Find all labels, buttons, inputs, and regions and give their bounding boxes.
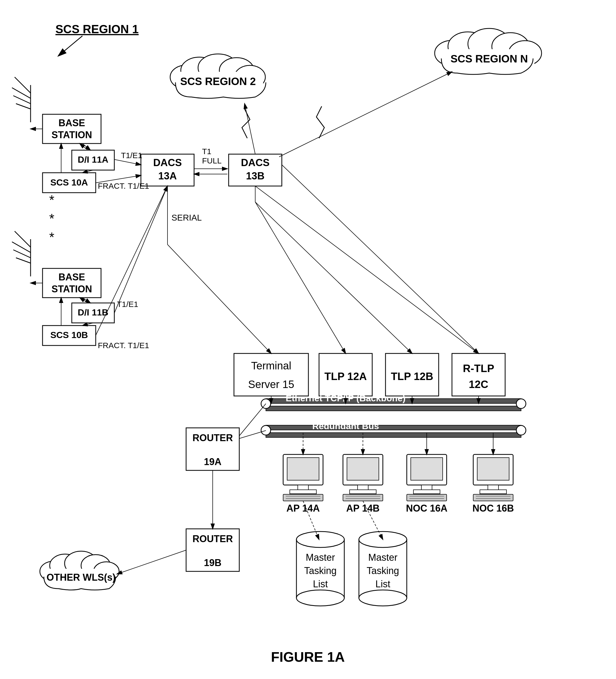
- figure-label: FIGURE 1A: [271, 649, 344, 665]
- svg-text:AP 14B: AP 14B: [346, 503, 379, 514]
- scs-region-1-label: SCS REGION 1: [56, 23, 139, 36]
- svg-point-74: [516, 425, 526, 435]
- svg-text:13A: 13A: [158, 170, 177, 182]
- svg-text:SCS 10B: SCS 10B: [50, 330, 88, 340]
- r-tlp-12c: R-TLP 12C: [452, 353, 505, 396]
- svg-text:*: *: [49, 230, 54, 245]
- svg-rect-103: [480, 490, 506, 494]
- svg-text:T1: T1: [202, 147, 211, 156]
- svg-text:List: List: [375, 579, 390, 589]
- di-11b: D/I 11B: [72, 303, 114, 323]
- svg-text:AP 14A: AP 14A: [286, 503, 319, 514]
- svg-point-110: [297, 590, 344, 606]
- svg-text:NOC 16B: NOC 16B: [472, 503, 514, 514]
- master-tasking-list-1: Master Tasking List: [297, 531, 344, 606]
- svg-point-109: [297, 531, 344, 547]
- svg-text:Redundant Bus: Redundant Bus: [312, 421, 379, 431]
- svg-text:Tasking: Tasking: [304, 565, 337, 576]
- svg-text:*: *: [49, 193, 54, 207]
- svg-text:TLP 12A: TLP 12A: [325, 370, 367, 382]
- base-station-top: BASE STATION: [42, 114, 101, 143]
- svg-rect-71: [266, 425, 521, 430]
- dacs-13a: DACS 13A: [141, 154, 194, 186]
- svg-rect-104: [473, 494, 513, 501]
- svg-rect-77: [287, 458, 319, 480]
- svg-text:BASE: BASE: [59, 118, 85, 128]
- svg-text:Master: Master: [368, 552, 397, 563]
- base-station-bottom: BASE STATION: [42, 268, 101, 298]
- svg-text:DACS: DACS: [241, 157, 270, 168]
- svg-rect-88: [343, 494, 383, 501]
- svg-text:SERIAL: SERIAL: [172, 213, 202, 222]
- di-11a: D/I 11A: [72, 150, 114, 170]
- scs-region-2-label: SCS REGION 2: [180, 75, 256, 87]
- svg-text:R-TLP: R-TLP: [463, 362, 494, 374]
- svg-text:TLP 12B: TLP 12B: [391, 370, 433, 382]
- svg-text:List: List: [313, 579, 328, 589]
- svg-text:D/I 11A: D/I 11A: [78, 154, 108, 164]
- svg-point-116: [359, 590, 407, 606]
- svg-rect-85: [347, 458, 379, 480]
- svg-rect-96: [407, 494, 446, 501]
- svg-text:DACS: DACS: [153, 157, 182, 168]
- svg-text:FULL: FULL: [202, 156, 221, 165]
- ap-14a: AP 14A: [283, 454, 323, 514]
- svg-text:ROUTER: ROUTER: [192, 432, 233, 443]
- router-19b: ROUTER 19B: [186, 529, 239, 571]
- svg-rect-95: [413, 490, 440, 494]
- noc-16a: NOC 16A: [406, 454, 448, 514]
- svg-text:Terminal: Terminal: [251, 360, 291, 371]
- svg-rect-101: [477, 458, 509, 480]
- diagram-container: SCS REGION 2 SCS REGION N OTHER WLS(s): [0, 0, 616, 679]
- terminal-server-15: Terminal Server 15: [234, 353, 308, 396]
- tlp-12a: TLP 12A: [319, 353, 372, 396]
- svg-rect-80: [283, 494, 323, 501]
- svg-text:13B: 13B: [246, 170, 265, 182]
- svg-text:T1/E1: T1/E1: [121, 151, 142, 160]
- scs-10b: SCS 10B: [42, 326, 96, 346]
- svg-text:FRACT. T1/E1: FRACT. T1/E1: [98, 341, 149, 350]
- svg-text:Server 15: Server 15: [248, 379, 294, 390]
- svg-text:D/I 11B: D/I 11B: [78, 307, 108, 317]
- svg-text:STATION: STATION: [52, 284, 92, 294]
- svg-text:19A: 19A: [204, 456, 221, 467]
- svg-text:Master: Master: [306, 552, 335, 563]
- svg-text:NOC 16A: NOC 16A: [406, 503, 448, 514]
- svg-point-69: [516, 399, 526, 409]
- svg-text:SCS 10A: SCS 10A: [50, 177, 88, 187]
- svg-rect-79: [290, 490, 316, 494]
- dacs-13b: DACS 13B: [228, 154, 282, 186]
- svg-text:STATION: STATION: [52, 129, 92, 140]
- svg-text:19B: 19B: [204, 557, 221, 568]
- svg-text:*: *: [49, 211, 54, 226]
- scs-10a: SCS 10A: [42, 173, 96, 193]
- svg-rect-93: [411, 458, 443, 480]
- ap-14b: AP 14B: [343, 454, 383, 514]
- svg-rect-87: [349, 490, 376, 494]
- svg-text:ROUTER: ROUTER: [192, 534, 233, 544]
- router-19a: ROUTER 19A: [186, 428, 239, 471]
- svg-rect-67: [266, 406, 521, 411]
- noc-16b: NOC 16B: [472, 454, 514, 514]
- other-wls-label: OTHER WLS(s): [47, 572, 116, 583]
- svg-text:T1/E1: T1/E1: [117, 300, 138, 309]
- svg-rect-72: [266, 433, 521, 438]
- svg-text:Tasking: Tasking: [367, 565, 399, 576]
- svg-text:FRACT. T1/E1: FRACT. T1/E1: [98, 182, 149, 190]
- svg-point-73: [261, 425, 271, 435]
- scs-region-n-label: SCS REGION N: [450, 53, 528, 65]
- svg-text:BASE: BASE: [59, 271, 85, 283]
- master-tasking-list-2: Master Tasking List: [359, 531, 407, 606]
- tlp-12b: TLP 12B: [386, 353, 439, 396]
- svg-text:12C: 12C: [469, 379, 488, 390]
